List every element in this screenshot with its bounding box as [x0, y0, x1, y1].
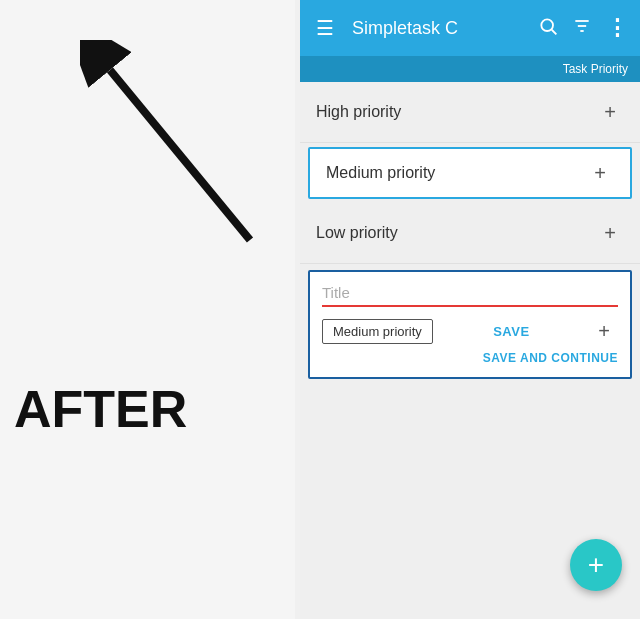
low-priority-row[interactable]: Low priority +	[300, 203, 640, 264]
app-panel: ☰ Simpletask C ⋮ Task Priority	[300, 0, 640, 619]
medium-priority-chip[interactable]: Medium priority	[322, 319, 433, 344]
menu-icon[interactable]: ☰	[312, 12, 338, 44]
svg-line-1	[110, 70, 250, 240]
after-label: AFTER	[14, 379, 187, 439]
filter-icon[interactable]	[572, 16, 592, 41]
save-and-continue-button[interactable]: SAVE AND CONTINUE	[483, 351, 618, 365]
high-priority-row[interactable]: High priority +	[300, 82, 640, 143]
task-priority-label: Task Priority	[563, 62, 628, 76]
medium-priority-add-button[interactable]: +	[586, 159, 614, 187]
topbar: ☰ Simpletask C ⋮	[300, 0, 640, 56]
medium-priority-label: Medium priority	[326, 164, 435, 182]
low-priority-add-button[interactable]: +	[596, 219, 624, 247]
fab-button[interactable]: +	[570, 539, 622, 591]
panel-add-button[interactable]: +	[590, 317, 618, 345]
svg-line-3	[552, 29, 557, 34]
more-icon[interactable]: ⋮	[606, 15, 628, 41]
content-area: High priority + Medium priority + Low pr…	[300, 82, 640, 619]
task-priority-bar: Task Priority	[300, 56, 640, 82]
app-title: Simpletask C	[352, 18, 528, 39]
input-panel: Medium priority SAVE + SAVE AND CONTINUE	[308, 270, 632, 379]
save-and-continue-row: SAVE AND CONTINUE	[322, 345, 618, 365]
high-priority-add-button[interactable]: +	[596, 98, 624, 126]
search-icon[interactable]	[538, 16, 558, 41]
medium-priority-row[interactable]: Medium priority +	[308, 147, 632, 199]
input-action-row: Medium priority SAVE +	[322, 317, 618, 345]
save-button[interactable]: SAVE	[493, 324, 529, 339]
arrow-icon	[80, 40, 280, 260]
high-priority-label: High priority	[316, 103, 401, 121]
svg-point-2	[541, 19, 553, 31]
left-section: AFTER	[0, 0, 295, 619]
topbar-icons: ⋮	[538, 15, 628, 41]
low-priority-label: Low priority	[316, 224, 398, 242]
title-input[interactable]	[322, 282, 618, 307]
